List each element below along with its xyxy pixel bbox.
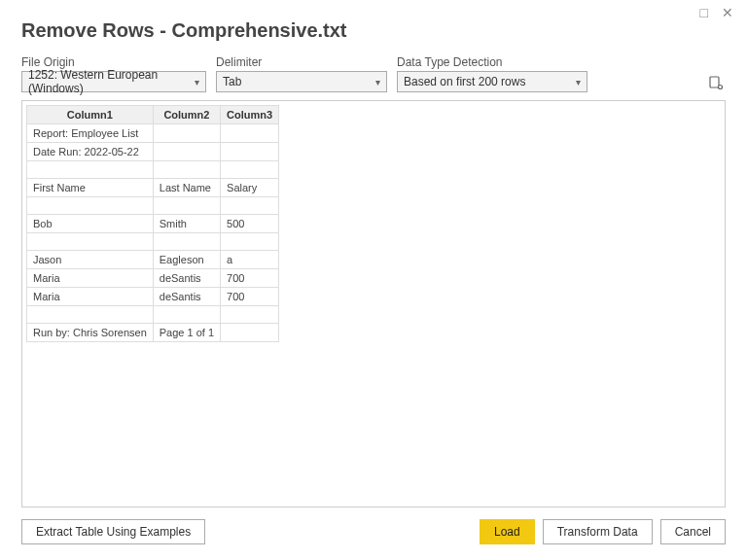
table-cell: Page 1 of 1 [153, 324, 220, 342]
table-cell: 700 [221, 269, 279, 288]
table-cell: deSantis [153, 269, 220, 288]
table-cell: Maria [27, 269, 154, 288]
transform-data-button[interactable]: Transform Data [543, 519, 653, 544]
table-cell: First Name [27, 179, 154, 197]
table-cell: Eagleson [153, 251, 220, 269]
table-cell: Date Run: 2022-05-22 [27, 143, 154, 161]
table-cell: Smith [153, 215, 220, 233]
table-cell [27, 233, 154, 251]
table-cell: Jason [27, 251, 154, 269]
table-row[interactable] [27, 161, 279, 179]
table-cell [153, 124, 220, 143]
chevron-down-icon: ▾ [576, 77, 581, 88]
table-cell [221, 143, 279, 161]
column-header[interactable]: Column2 [153, 106, 220, 124]
table-cell [153, 143, 220, 161]
detection-label: Data Type Detection [397, 55, 587, 69]
table-row[interactable]: Date Run: 2022-05-22 [27, 143, 279, 161]
table-row[interactable]: MariadeSantis700 [27, 288, 279, 306]
table-row[interactable]: BobSmith500 [27, 215, 279, 233]
data-preview: Column1Column2Column3 Report: Employee L… [21, 100, 726, 508]
table-row[interactable]: JasonEaglesona [27, 251, 279, 269]
table-row[interactable]: MariadeSantis700 [27, 269, 279, 288]
file-origin-select[interactable]: 1252: Western European (Windows) ▾ [21, 71, 206, 92]
table-cell: deSantis [153, 288, 220, 306]
table-row[interactable]: Report: Employee List [27, 124, 279, 143]
delimiter-value: Tab [223, 75, 241, 88]
close-icon[interactable]: ✕ [722, 6, 733, 19]
table-row[interactable] [27, 306, 279, 324]
import-options: File Origin 1252: Western European (Wind… [21, 55, 726, 92]
table-cell [221, 124, 279, 143]
maximize-icon[interactable]: □ [700, 6, 708, 19]
detection-value: Based on first 200 rows [404, 75, 525, 88]
chevron-down-icon: ▾ [195, 77, 199, 88]
table-cell: 500 [221, 215, 279, 233]
load-button[interactable]: Load [480, 519, 535, 544]
table-cell [27, 197, 154, 215]
table-cell [221, 161, 279, 179]
table-cell [27, 161, 154, 179]
table-cell [153, 197, 220, 215]
table-cell [221, 306, 279, 324]
svg-rect-0 [710, 77, 719, 88]
table-row[interactable] [27, 233, 279, 251]
table-cell: Bob [27, 215, 154, 233]
table-cell [221, 197, 279, 215]
file-origin-label: File Origin [21, 55, 206, 69]
detection-select[interactable]: Based on first 200 rows ▾ [397, 71, 587, 92]
table-cell [153, 306, 220, 324]
table-cell [153, 161, 220, 179]
extract-table-button[interactable]: Extract Table Using Examples [21, 519, 205, 544]
file-origin-value: 1252: Western European (Windows) [28, 68, 189, 95]
table-row[interactable]: First NameLast NameSalary [27, 179, 279, 197]
svg-point-1 [719, 86, 723, 89]
cancel-button[interactable]: Cancel [660, 519, 726, 544]
delimiter-label: Delimiter [216, 55, 387, 69]
preview-table: Column1Column2Column3 Report: Employee L… [26, 105, 279, 342]
table-cell [27, 306, 154, 324]
table-row[interactable]: Run by: Chris SorensenPage 1 of 1 [27, 324, 279, 342]
table-cell [221, 324, 279, 342]
table-cell: Last Name [153, 179, 220, 197]
table-cell: Salary [221, 179, 279, 197]
table-cell [221, 233, 279, 251]
table-cell: Maria [27, 288, 154, 306]
chevron-down-icon: ▾ [375, 77, 380, 88]
settings-icon[interactable] [706, 73, 726, 92]
table-cell: 700 [221, 288, 279, 306]
table-cell: Report: Employee List [27, 124, 154, 143]
column-header[interactable]: Column3 [221, 106, 279, 124]
page-title: Remove Rows - Comprehensive.txt [21, 19, 726, 42]
table-cell: Run by: Chris Sorensen [27, 324, 154, 342]
table-cell: a [221, 251, 279, 269]
column-header[interactable]: Column1 [27, 106, 154, 124]
table-cell [153, 233, 220, 251]
table-row[interactable] [27, 197, 279, 215]
delimiter-select[interactable]: Tab ▾ [216, 71, 387, 92]
